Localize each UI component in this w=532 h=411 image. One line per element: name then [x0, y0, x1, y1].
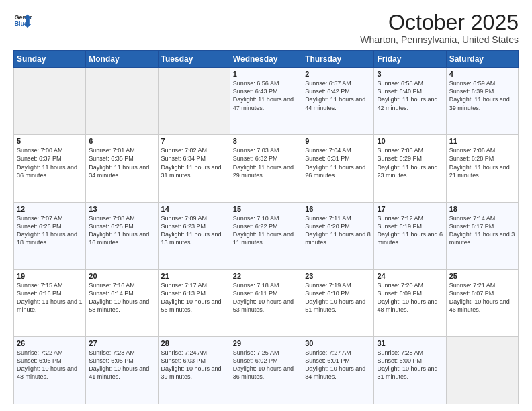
- table-cell: 6Sunrise: 7:01 AM Sunset: 6:35 PM Daylig…: [86, 135, 158, 202]
- calendar-table: Sunday Monday Tuesday Wednesday Thursday…: [13, 50, 519, 404]
- cell-info: Sunrise: 7:03 AM Sunset: 6:32 PM Dayligh…: [233, 146, 299, 179]
- table-cell: 2Sunrise: 6:57 AM Sunset: 6:42 PM Daylig…: [302, 68, 374, 135]
- calendar-header: Sunday Monday Tuesday Wednesday Thursday…: [14, 51, 519, 68]
- cell-info: Sunrise: 7:10 AM Sunset: 6:22 PM Dayligh…: [233, 214, 299, 247]
- table-cell: 23Sunrise: 7:19 AM Sunset: 6:10 PM Dayli…: [302, 269, 374, 336]
- logo-icon: General Blue: [13, 11, 32, 30]
- cell-day-number: 19: [17, 272, 83, 280]
- cell-day-number: 2: [305, 70, 371, 78]
- table-cell: 21Sunrise: 7:17 AM Sunset: 6:13 PM Dayli…: [158, 269, 230, 336]
- cell-info: Sunrise: 7:04 AM Sunset: 6:31 PM Dayligh…: [305, 146, 371, 179]
- cell-day-number: 5: [17, 137, 83, 145]
- cell-info: Sunrise: 7:18 AM Sunset: 6:11 PM Dayligh…: [233, 281, 299, 314]
- table-cell: 27Sunrise: 7:23 AM Sunset: 6:05 PM Dayli…: [86, 336, 158, 404]
- table-cell: 22Sunrise: 7:18 AM Sunset: 6:11 PM Dayli…: [230, 269, 302, 336]
- week-row-1: 1Sunrise: 6:56 AM Sunset: 6:43 PM Daylig…: [14, 68, 519, 135]
- cell-info: Sunrise: 7:22 AM Sunset: 6:06 PM Dayligh…: [17, 349, 83, 381]
- cell-info: Sunrise: 7:02 AM Sunset: 6:34 PM Dayligh…: [161, 146, 227, 179]
- cell-info: Sunrise: 7:12 AM Sunset: 6:19 PM Dayligh…: [377, 214, 443, 247]
- table-cell: 26Sunrise: 7:22 AM Sunset: 6:06 PM Dayli…: [14, 336, 86, 404]
- cell-info: Sunrise: 7:01 AM Sunset: 6:35 PM Dayligh…: [89, 146, 154, 179]
- table-cell: [446, 336, 518, 404]
- cell-info: Sunrise: 7:19 AM Sunset: 6:10 PM Dayligh…: [305, 281, 371, 314]
- cell-day-number: 1: [233, 70, 299, 78]
- cell-info: Sunrise: 7:23 AM Sunset: 6:05 PM Dayligh…: [89, 349, 154, 381]
- table-cell: 12Sunrise: 7:07 AM Sunset: 6:26 PM Dayli…: [14, 202, 86, 269]
- table-cell: [86, 68, 158, 135]
- table-cell: 25Sunrise: 7:21 AM Sunset: 6:07 PM Dayli…: [446, 269, 518, 336]
- cell-day-number: 17: [377, 205, 443, 213]
- cell-day-number: 8: [233, 137, 299, 145]
- page: General Blue October 2025 Wharton, Penns…: [0, 0, 532, 411]
- cell-info: Sunrise: 6:56 AM Sunset: 6:43 PM Dayligh…: [233, 79, 299, 112]
- table-cell: 15Sunrise: 7:10 AM Sunset: 6:22 PM Dayli…: [230, 202, 302, 269]
- table-cell: 11Sunrise: 7:06 AM Sunset: 6:28 PM Dayli…: [446, 135, 518, 202]
- table-cell: 4Sunrise: 6:59 AM Sunset: 6:39 PM Daylig…: [446, 68, 518, 135]
- header-wednesday: Wednesday: [230, 51, 302, 68]
- cell-info: Sunrise: 7:17 AM Sunset: 6:13 PM Dayligh…: [161, 281, 227, 314]
- cell-info: Sunrise: 6:58 AM Sunset: 6:40 PM Dayligh…: [377, 79, 443, 112]
- cell-day-number: 20: [89, 272, 154, 280]
- cell-day-number: 6: [89, 137, 154, 145]
- table-cell: 29Sunrise: 7:25 AM Sunset: 6:02 PM Dayli…: [230, 336, 302, 404]
- cell-day-number: 21: [161, 272, 227, 280]
- cell-day-number: 26: [17, 339, 83, 347]
- week-row-3: 12Sunrise: 7:07 AM Sunset: 6:26 PM Dayli…: [14, 202, 519, 269]
- cell-day-number: 15: [233, 205, 299, 213]
- calendar-body: 1Sunrise: 6:56 AM Sunset: 6:43 PM Daylig…: [14, 68, 519, 404]
- cell-info: Sunrise: 7:25 AM Sunset: 6:02 PM Dayligh…: [233, 349, 299, 381]
- cell-day-number: 28: [161, 339, 227, 347]
- cell-day-number: 13: [89, 205, 154, 213]
- table-cell: 10Sunrise: 7:05 AM Sunset: 6:29 PM Dayli…: [374, 135, 446, 202]
- table-cell: 13Sunrise: 7:08 AM Sunset: 6:25 PM Dayli…: [86, 202, 158, 269]
- cell-day-number: 12: [17, 205, 83, 213]
- title-block: October 2025 Wharton, Pennsylvania, Unit…: [360, 11, 519, 45]
- cell-info: Sunrise: 7:08 AM Sunset: 6:25 PM Dayligh…: [89, 214, 154, 247]
- table-cell: 3Sunrise: 6:58 AM Sunset: 6:40 PM Daylig…: [374, 68, 446, 135]
- table-cell: 16Sunrise: 7:11 AM Sunset: 6:20 PM Dayli…: [302, 202, 374, 269]
- location: Wharton, Pennsylvania, United States: [360, 34, 519, 45]
- header-saturday: Saturday: [446, 51, 518, 68]
- table-cell: 19Sunrise: 7:15 AM Sunset: 6:16 PM Dayli…: [14, 269, 86, 336]
- cell-day-number: 7: [161, 137, 227, 145]
- week-row-5: 26Sunrise: 7:22 AM Sunset: 6:06 PM Dayli…: [14, 336, 519, 404]
- week-row-4: 19Sunrise: 7:15 AM Sunset: 6:16 PM Dayli…: [14, 269, 519, 336]
- cell-info: Sunrise: 7:16 AM Sunset: 6:14 PM Dayligh…: [89, 281, 154, 314]
- table-cell: 1Sunrise: 6:56 AM Sunset: 6:43 PM Daylig…: [230, 68, 302, 135]
- cell-info: Sunrise: 7:21 AM Sunset: 6:07 PM Dayligh…: [449, 281, 515, 314]
- cell-info: Sunrise: 7:06 AM Sunset: 6:28 PM Dayligh…: [449, 146, 515, 179]
- table-cell: 9Sunrise: 7:04 AM Sunset: 6:31 PM Daylig…: [302, 135, 374, 202]
- month-title: October 2025: [360, 11, 519, 34]
- cell-info: Sunrise: 7:09 AM Sunset: 6:23 PM Dayligh…: [161, 214, 227, 247]
- header-thursday: Thursday: [302, 51, 374, 68]
- cell-info: Sunrise: 7:24 AM Sunset: 6:03 PM Dayligh…: [161, 349, 227, 381]
- cell-day-number: 16: [305, 205, 371, 213]
- week-row-2: 5Sunrise: 7:00 AM Sunset: 6:37 PM Daylig…: [14, 135, 519, 202]
- table-cell: 31Sunrise: 7:28 AM Sunset: 6:00 PM Dayli…: [374, 336, 446, 404]
- table-cell: [14, 68, 86, 135]
- cell-day-number: 18: [449, 205, 515, 213]
- header-sunday: Sunday: [14, 51, 86, 68]
- cell-info: Sunrise: 7:05 AM Sunset: 6:29 PM Dayligh…: [377, 146, 443, 179]
- cell-day-number: 22: [233, 272, 299, 280]
- cell-info: Sunrise: 6:59 AM Sunset: 6:39 PM Dayligh…: [449, 79, 515, 112]
- cell-info: Sunrise: 7:15 AM Sunset: 6:16 PM Dayligh…: [17, 281, 83, 314]
- cell-day-number: 30: [305, 339, 371, 347]
- cell-day-number: 9: [305, 137, 371, 145]
- header-row: Sunday Monday Tuesday Wednesday Thursday…: [14, 51, 519, 68]
- table-cell: 7Sunrise: 7:02 AM Sunset: 6:34 PM Daylig…: [158, 135, 230, 202]
- table-cell: 20Sunrise: 7:16 AM Sunset: 6:14 PM Dayli…: [86, 269, 158, 336]
- cell-day-number: 29: [233, 339, 299, 347]
- table-cell: 5Sunrise: 7:00 AM Sunset: 6:37 PM Daylig…: [14, 135, 86, 202]
- cell-day-number: 27: [89, 339, 154, 347]
- table-cell: 28Sunrise: 7:24 AM Sunset: 6:03 PM Dayli…: [158, 336, 230, 404]
- cell-day-number: 14: [161, 205, 227, 213]
- cell-day-number: 11: [449, 137, 515, 145]
- cell-info: Sunrise: 7:14 AM Sunset: 6:17 PM Dayligh…: [449, 214, 515, 247]
- cell-info: Sunrise: 7:07 AM Sunset: 6:26 PM Dayligh…: [17, 214, 83, 247]
- cell-day-number: 31: [377, 339, 443, 347]
- header-tuesday: Tuesday: [158, 51, 230, 68]
- cell-info: Sunrise: 7:27 AM Sunset: 6:01 PM Dayligh…: [305, 349, 371, 381]
- cell-day-number: 24: [377, 272, 443, 280]
- table-cell: 30Sunrise: 7:27 AM Sunset: 6:01 PM Dayli…: [302, 336, 374, 404]
